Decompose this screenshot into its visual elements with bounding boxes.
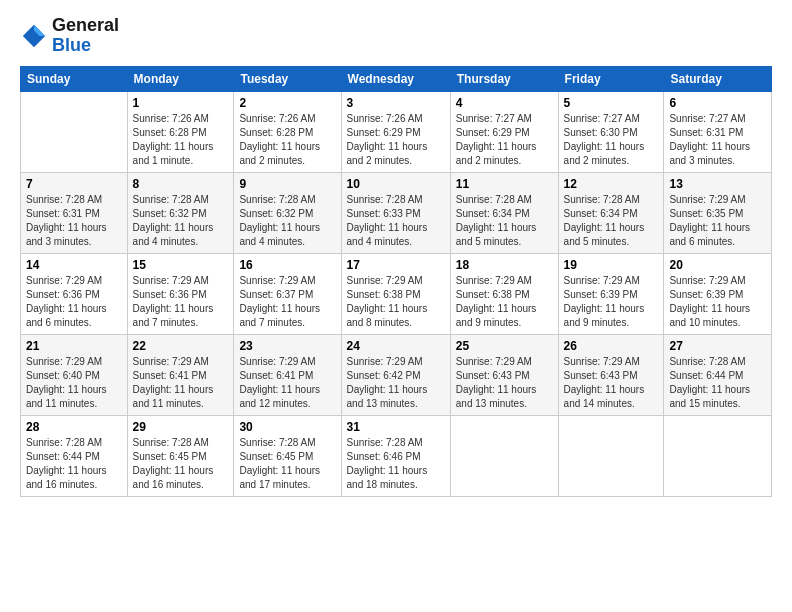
calendar-cell: 26Sunrise: 7:29 AM Sunset: 6:43 PM Dayli…: [558, 334, 664, 415]
day-header-monday: Monday: [127, 66, 234, 91]
page: General Blue SundayMondayTuesdayWednesda…: [0, 0, 792, 507]
day-number: 16: [239, 258, 335, 272]
day-number: 13: [669, 177, 766, 191]
day-info: Sunrise: 7:27 AM Sunset: 6:31 PM Dayligh…: [669, 112, 766, 168]
header-row: SundayMondayTuesdayWednesdayThursdayFrid…: [21, 66, 772, 91]
day-number: 5: [564, 96, 659, 110]
calendar-cell: 20Sunrise: 7:29 AM Sunset: 6:39 PM Dayli…: [664, 253, 772, 334]
calendar-cell: 8Sunrise: 7:28 AM Sunset: 6:32 PM Daylig…: [127, 172, 234, 253]
day-number: 12: [564, 177, 659, 191]
day-info: Sunrise: 7:28 AM Sunset: 6:46 PM Dayligh…: [347, 436, 445, 492]
day-info: Sunrise: 7:26 AM Sunset: 6:28 PM Dayligh…: [133, 112, 229, 168]
day-number: 10: [347, 177, 445, 191]
day-info: Sunrise: 7:28 AM Sunset: 6:45 PM Dayligh…: [239, 436, 335, 492]
calendar-cell: 6Sunrise: 7:27 AM Sunset: 6:31 PM Daylig…: [664, 91, 772, 172]
calendar-table: SundayMondayTuesdayWednesdayThursdayFrid…: [20, 66, 772, 497]
calendar-cell: 2Sunrise: 7:26 AM Sunset: 6:28 PM Daylig…: [234, 91, 341, 172]
calendar-cell: [21, 91, 128, 172]
day-number: 18: [456, 258, 553, 272]
calendar-cell: 13Sunrise: 7:29 AM Sunset: 6:35 PM Dayli…: [664, 172, 772, 253]
day-number: 29: [133, 420, 229, 434]
day-info: Sunrise: 7:27 AM Sunset: 6:29 PM Dayligh…: [456, 112, 553, 168]
day-number: 2: [239, 96, 335, 110]
calendar-cell: 11Sunrise: 7:28 AM Sunset: 6:34 PM Dayli…: [450, 172, 558, 253]
calendar-cell: 12Sunrise: 7:28 AM Sunset: 6:34 PM Dayli…: [558, 172, 664, 253]
calendar-cell: 10Sunrise: 7:28 AM Sunset: 6:33 PM Dayli…: [341, 172, 450, 253]
calendar-cell: 30Sunrise: 7:28 AM Sunset: 6:45 PM Dayli…: [234, 415, 341, 496]
calendar-cell: 27Sunrise: 7:28 AM Sunset: 6:44 PM Dayli…: [664, 334, 772, 415]
day-info: Sunrise: 7:28 AM Sunset: 6:34 PM Dayligh…: [564, 193, 659, 249]
calendar-cell: 7Sunrise: 7:28 AM Sunset: 6:31 PM Daylig…: [21, 172, 128, 253]
week-row-2: 7Sunrise: 7:28 AM Sunset: 6:31 PM Daylig…: [21, 172, 772, 253]
day-number: 28: [26, 420, 122, 434]
day-number: 3: [347, 96, 445, 110]
day-number: 25: [456, 339, 553, 353]
calendar-cell: 1Sunrise: 7:26 AM Sunset: 6:28 PM Daylig…: [127, 91, 234, 172]
day-info: Sunrise: 7:28 AM Sunset: 6:45 PM Dayligh…: [133, 436, 229, 492]
calendar-cell: 5Sunrise: 7:27 AM Sunset: 6:30 PM Daylig…: [558, 91, 664, 172]
calendar-cell: 15Sunrise: 7:29 AM Sunset: 6:36 PM Dayli…: [127, 253, 234, 334]
calendar-cell: 25Sunrise: 7:29 AM Sunset: 6:43 PM Dayli…: [450, 334, 558, 415]
logo-icon: [20, 22, 48, 50]
day-info: Sunrise: 7:29 AM Sunset: 6:42 PM Dayligh…: [347, 355, 445, 411]
day-info: Sunrise: 7:29 AM Sunset: 6:38 PM Dayligh…: [456, 274, 553, 330]
day-number: 30: [239, 420, 335, 434]
week-row-5: 28Sunrise: 7:28 AM Sunset: 6:44 PM Dayli…: [21, 415, 772, 496]
day-header-sunday: Sunday: [21, 66, 128, 91]
day-number: 4: [456, 96, 553, 110]
day-number: 1: [133, 96, 229, 110]
day-info: Sunrise: 7:29 AM Sunset: 6:43 PM Dayligh…: [564, 355, 659, 411]
day-number: 7: [26, 177, 122, 191]
calendar-cell: 28Sunrise: 7:28 AM Sunset: 6:44 PM Dayli…: [21, 415, 128, 496]
day-number: 6: [669, 96, 766, 110]
day-info: Sunrise: 7:29 AM Sunset: 6:37 PM Dayligh…: [239, 274, 335, 330]
day-info: Sunrise: 7:28 AM Sunset: 6:32 PM Dayligh…: [133, 193, 229, 249]
day-header-wednesday: Wednesday: [341, 66, 450, 91]
calendar-cell: 18Sunrise: 7:29 AM Sunset: 6:38 PM Dayli…: [450, 253, 558, 334]
day-number: 24: [347, 339, 445, 353]
calendar-cell: 31Sunrise: 7:28 AM Sunset: 6:46 PM Dayli…: [341, 415, 450, 496]
calendar-cell: [450, 415, 558, 496]
day-info: Sunrise: 7:28 AM Sunset: 6:32 PM Dayligh…: [239, 193, 335, 249]
day-info: Sunrise: 7:29 AM Sunset: 6:36 PM Dayligh…: [133, 274, 229, 330]
day-info: Sunrise: 7:28 AM Sunset: 6:33 PM Dayligh…: [347, 193, 445, 249]
calendar-cell: 21Sunrise: 7:29 AM Sunset: 6:40 PM Dayli…: [21, 334, 128, 415]
week-row-4: 21Sunrise: 7:29 AM Sunset: 6:40 PM Dayli…: [21, 334, 772, 415]
day-info: Sunrise: 7:29 AM Sunset: 6:41 PM Dayligh…: [133, 355, 229, 411]
calendar-cell: 17Sunrise: 7:29 AM Sunset: 6:38 PM Dayli…: [341, 253, 450, 334]
calendar-cell: [664, 415, 772, 496]
calendar-cell: 4Sunrise: 7:27 AM Sunset: 6:29 PM Daylig…: [450, 91, 558, 172]
logo: General Blue: [20, 16, 119, 56]
day-info: Sunrise: 7:29 AM Sunset: 6:39 PM Dayligh…: [669, 274, 766, 330]
calendar-cell: 9Sunrise: 7:28 AM Sunset: 6:32 PM Daylig…: [234, 172, 341, 253]
day-info: Sunrise: 7:28 AM Sunset: 6:44 PM Dayligh…: [26, 436, 122, 492]
day-number: 26: [564, 339, 659, 353]
calendar-cell: 24Sunrise: 7:29 AM Sunset: 6:42 PM Dayli…: [341, 334, 450, 415]
day-info: Sunrise: 7:29 AM Sunset: 6:36 PM Dayligh…: [26, 274, 122, 330]
day-info: Sunrise: 7:28 AM Sunset: 6:34 PM Dayligh…: [456, 193, 553, 249]
calendar-cell: 22Sunrise: 7:29 AM Sunset: 6:41 PM Dayli…: [127, 334, 234, 415]
day-info: Sunrise: 7:29 AM Sunset: 6:40 PM Dayligh…: [26, 355, 122, 411]
calendar-cell: [558, 415, 664, 496]
day-number: 9: [239, 177, 335, 191]
day-info: Sunrise: 7:29 AM Sunset: 6:35 PM Dayligh…: [669, 193, 766, 249]
day-info: Sunrise: 7:26 AM Sunset: 6:28 PM Dayligh…: [239, 112, 335, 168]
day-info: Sunrise: 7:29 AM Sunset: 6:39 PM Dayligh…: [564, 274, 659, 330]
day-info: Sunrise: 7:29 AM Sunset: 6:43 PM Dayligh…: [456, 355, 553, 411]
day-info: Sunrise: 7:29 AM Sunset: 6:41 PM Dayligh…: [239, 355, 335, 411]
day-info: Sunrise: 7:28 AM Sunset: 6:31 PM Dayligh…: [26, 193, 122, 249]
calendar-cell: 19Sunrise: 7:29 AM Sunset: 6:39 PM Dayli…: [558, 253, 664, 334]
day-number: 21: [26, 339, 122, 353]
day-info: Sunrise: 7:27 AM Sunset: 6:30 PM Dayligh…: [564, 112, 659, 168]
day-header-thursday: Thursday: [450, 66, 558, 91]
day-header-friday: Friday: [558, 66, 664, 91]
day-number: 27: [669, 339, 766, 353]
day-number: 15: [133, 258, 229, 272]
day-number: 22: [133, 339, 229, 353]
header: General Blue: [20, 16, 772, 56]
day-number: 11: [456, 177, 553, 191]
day-number: 23: [239, 339, 335, 353]
day-info: Sunrise: 7:26 AM Sunset: 6:29 PM Dayligh…: [347, 112, 445, 168]
day-number: 17: [347, 258, 445, 272]
calendar-cell: 23Sunrise: 7:29 AM Sunset: 6:41 PM Dayli…: [234, 334, 341, 415]
